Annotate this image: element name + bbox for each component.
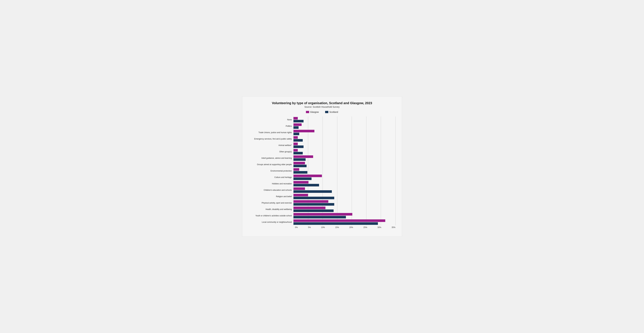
- scotland-bar: [294, 190, 332, 193]
- scotland-bar-wrap: [294, 209, 396, 212]
- glasgow-bar-wrap: [294, 219, 396, 222]
- scotland-bar: [294, 152, 303, 154]
- bar-row: [294, 149, 396, 155]
- grid-line: [396, 117, 396, 225]
- bar-row: [294, 129, 396, 136]
- scotland-bar: [294, 177, 312, 180]
- scotland-bar-wrap: [294, 145, 396, 148]
- y-axis-label: Environmental protection: [249, 169, 292, 172]
- glasgow-bar: [294, 219, 385, 222]
- glasgow-bar: [294, 143, 298, 145]
- scotland-bar: [294, 120, 304, 122]
- glasgow-bar: [294, 207, 326, 209]
- glasgow-bar-wrap: [294, 207, 396, 209]
- glasgow-bar-wrap: [294, 187, 396, 190]
- glasgow-bar-wrap: [294, 155, 396, 158]
- chart-subtitle: Source: Scottish Household Survey: [249, 106, 396, 108]
- scotland-bar: [294, 158, 306, 161]
- y-axis-label: Local community or neighbourhood: [249, 221, 292, 224]
- x-axis-tick-label: 5%: [308, 226, 311, 228]
- glasgow-bar: [294, 187, 305, 190]
- bar-row: [294, 219, 396, 225]
- glasgow-bar-wrap: [294, 143, 396, 145]
- scotland-bar-wrap: [294, 139, 396, 142]
- bar-row: [294, 187, 396, 193]
- glasgow-label: Glasgow: [310, 111, 319, 113]
- glasgow-bar: [294, 213, 352, 216]
- y-axis-label: Other group(s): [249, 150, 292, 153]
- scotland-bar-wrap: [294, 203, 396, 206]
- scotland-label: Scotland: [329, 111, 338, 113]
- scotland-bar: [294, 171, 307, 174]
- bar-row: [294, 142, 396, 149]
- scotland-bar: [294, 203, 334, 206]
- scotland-bar-wrap: [294, 120, 396, 122]
- scotland-bar-wrap: [294, 184, 396, 186]
- scotland-bar-wrap: [294, 158, 396, 161]
- y-axis-label: Trade Unions, justice and human rights: [249, 131, 292, 134]
- bar-row: [294, 155, 396, 161]
- scotland-swatch: [325, 111, 328, 113]
- bar-row: [294, 168, 396, 174]
- glasgow-bar: [294, 130, 314, 132]
- glasgow-bar-wrap: [294, 123, 396, 126]
- glasgow-bar: [294, 149, 298, 152]
- bar-row: [294, 206, 396, 212]
- glasgow-bar-wrap: [294, 175, 396, 177]
- y-axis-label: Groups aimed at supporting older people: [249, 163, 292, 166]
- scotland-bar-wrap: [294, 165, 396, 167]
- x-axis-tick-label: 15%: [335, 226, 339, 228]
- x-axis-tick-label: 35%: [392, 226, 395, 228]
- scotland-bar: [294, 209, 334, 212]
- glasgow-bar-wrap: [294, 194, 396, 196]
- scotland-bar: [294, 184, 319, 186]
- scotland-bar: [294, 133, 299, 135]
- scotland-bar-wrap: [294, 171, 396, 174]
- chart-container: Volunteering by type of organisation, Sc…: [242, 96, 402, 237]
- glasgow-bar-wrap: [294, 117, 396, 120]
- scotland-bar-wrap: [294, 190, 396, 193]
- y-axis-label: Emergency services, first aid & public s…: [249, 137, 292, 140]
- glasgow-bar-wrap: [294, 168, 396, 171]
- y-axis-labels: NonePoliticsTrade Unions, justice and hu…: [249, 117, 294, 225]
- y-axis-label: Youth or children's activities outside s…: [249, 214, 292, 217]
- y-axis-label: Religion and belief: [249, 195, 292, 198]
- glasgow-bar-wrap: [294, 136, 396, 139]
- scotland-bar-wrap: [294, 216, 396, 218]
- bar-row: [294, 212, 396, 219]
- x-axis-tick-label: 20%: [349, 226, 353, 228]
- glasgow-bar: [294, 162, 305, 164]
- y-axis-label: Hobbies and recreation: [249, 182, 292, 185]
- scotland-bar-wrap: [294, 197, 396, 199]
- bars-section: [294, 117, 396, 225]
- glasgow-bar: [294, 136, 298, 139]
- x-axis-tick-label: 30%: [378, 226, 381, 228]
- glasgow-bar-wrap: [294, 149, 396, 152]
- glasgow-bar-wrap: [294, 200, 396, 203]
- bars-rows: [294, 117, 396, 225]
- legend-scotland: Scotland: [325, 111, 338, 113]
- glasgow-bar-wrap: [294, 213, 396, 216]
- scotland-bar: [294, 197, 334, 199]
- glasgow-bar-wrap: [294, 162, 396, 164]
- chart-area: NonePoliticsTrade Unions, justice and hu…: [249, 117, 396, 225]
- bar-row: [294, 123, 396, 129]
- scotland-bar-wrap: [294, 133, 396, 135]
- y-axis-label: Adult guidance, advice and learning: [249, 157, 292, 160]
- glasgow-bar: [294, 123, 302, 126]
- glasgow-bar: [294, 200, 328, 203]
- bar-row: [294, 117, 396, 123]
- chart-title: Volunteering by type of organisation, Sc…: [249, 101, 396, 105]
- scotland-bar-wrap: [294, 126, 396, 129]
- y-axis-label: None: [249, 118, 292, 121]
- bar-row: [294, 180, 396, 187]
- scotland-bar: [294, 139, 303, 142]
- x-axis-container: 0%5%10%15%20%25%30%35%: [295, 225, 396, 228]
- glasgow-bar: [294, 175, 322, 177]
- x-axis-tick-label: 10%: [321, 226, 325, 228]
- glasgow-swatch: [306, 111, 309, 113]
- x-axis: 0%5%10%15%20%25%30%35%: [295, 226, 396, 228]
- glasgow-bar-wrap: [294, 181, 396, 184]
- bar-row: [294, 136, 396, 142]
- bar-row: [294, 193, 396, 200]
